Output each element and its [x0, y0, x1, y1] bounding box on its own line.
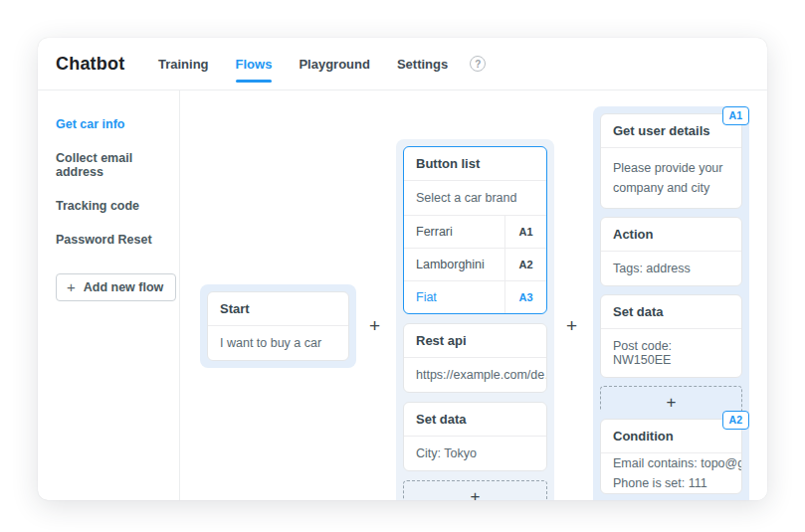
rest-api-node[interactable]: Rest api https://example.com/de… — [403, 323, 547, 393]
add-new-flow-button[interactable]: + Add new flow — [56, 273, 176, 301]
button-list-node[interactable]: Button list Select a car brand Ferrari A… — [403, 146, 547, 314]
chatbot-app-window: Chatbot Training Flows Playground Settin… — [38, 38, 767, 500]
set-data-city-title: Set data — [404, 403, 546, 437]
set-data-postcode-node[interactable]: Set data Post code: NW150EE — [600, 294, 742, 378]
set-data-city-node[interactable]: Set data City: Tokyo — [403, 402, 547, 471]
action-title: Action — [601, 218, 741, 252]
condition-title: Condition — [601, 420, 741, 453]
tab-training[interactable]: Training — [158, 53, 209, 76]
main-branch-group: Button list Select a car brand Ferrari A… — [396, 139, 554, 500]
sidebar-item-password-reset[interactable]: Password Reset — [56, 226, 179, 254]
tab-playground[interactable]: Playground — [299, 53, 370, 76]
branch-a1-group: A1 Get user details Please provide your … — [593, 106, 749, 427]
action-tags: Tags: address — [601, 252, 741, 285]
sidebar-item-tracking-code[interactable]: Tracking code — [56, 192, 179, 220]
plus-icon: + — [667, 393, 677, 413]
rest-api-title: Rest api — [404, 324, 546, 358]
option-row-lamborghini[interactable]: Lamborghini A2 — [404, 249, 546, 281]
tab-flows[interactable]: Flows — [236, 53, 273, 76]
start-node[interactable]: Start I want to buy a car — [207, 291, 349, 361]
branch-badge-a2: A2 — [504, 249, 546, 280]
option-row-ferrari[interactable]: Ferrari A1 — [404, 216, 546, 249]
button-list-question: Select a car brand — [404, 181, 546, 216]
add-new-flow-label: Add new flow — [84, 280, 164, 294]
flow-canvas: Start I want to buy a car + Button list … — [180, 90, 767, 500]
get-user-details-title: Get user details — [601, 114, 741, 148]
sidebar-item-get-car-info[interactable]: Get car info — [56, 110, 179, 138]
button-list-title: Button list — [404, 147, 546, 181]
get-user-details-message: Please provide your company and city — [601, 148, 741, 208]
rest-api-url: https://example.com/de… — [404, 358, 546, 392]
flows-sidebar: Get car info Collect email address Track… — [38, 90, 180, 500]
sidebar-item-collect-email-address[interactable]: Collect email address — [56, 144, 179, 186]
plus-icon: + — [471, 487, 481, 500]
group-badge-a2: A2 — [722, 411, 749, 430]
tab-settings[interactable]: Settings — [397, 53, 448, 76]
start-node-group: Start I want to buy a car — [200, 284, 356, 368]
get-user-details-node[interactable]: Get user details Please provide your com… — [600, 113, 742, 209]
condition-node[interactable]: Condition Email contains: topo@g… Phone … — [600, 419, 742, 494]
action-node[interactable]: Action Tags: address — [600, 217, 742, 286]
condition-rule-email: Email contains: topo@g… — [601, 453, 741, 473]
plus-icon: + — [67, 281, 76, 293]
set-data-city-value: City: Tokyo — [404, 437, 546, 470]
branch-a2-group: A2 Condition Email contains: topo@g… Pho… — [593, 411, 749, 500]
set-data-postcode-value: Post code: NW150EE — [601, 329, 741, 377]
help-icon[interactable]: ? — [470, 56, 486, 72]
add-step-connector-1[interactable]: + — [369, 316, 380, 335]
main-tabs: Training Flows Playground Settings — [158, 53, 448, 76]
condition-rule-phone: Phone is set: 111 — [601, 473, 741, 493]
start-node-title: Start — [208, 292, 348, 326]
option-row-fiat[interactable]: Fiat A3 — [404, 281, 546, 313]
add-card-button-main[interactable]: + — [403, 480, 547, 500]
add-step-connector-2[interactable]: + — [566, 316, 577, 335]
start-node-message: I want to buy a car — [208, 326, 348, 360]
branch-badge-a1: A1 — [504, 216, 546, 248]
set-data-postcode-title: Set data — [601, 295, 741, 329]
app-title: Chatbot — [38, 54, 158, 75]
branch-badge-a3: A3 — [504, 281, 546, 313]
group-badge-a1: A1 — [722, 106, 749, 125]
app-header: Chatbot Training Flows Playground Settin… — [38, 38, 767, 90]
